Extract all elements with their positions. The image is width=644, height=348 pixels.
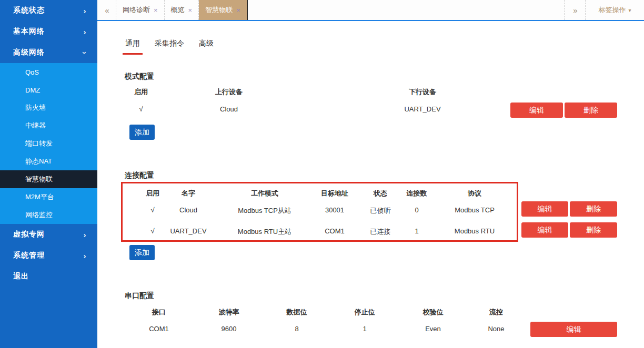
sidebar-item-label: 端口转发 xyxy=(25,139,53,148)
serial-flow-control-value: None xyxy=(459,325,533,333)
sidebar-item-port-forwarding[interactable]: 端口转发 xyxy=(0,135,97,152)
sidebar-item-label: 虚拟专网 xyxy=(13,230,82,239)
tab-label: 采集指令 xyxy=(155,39,184,47)
column-header-stop-bits: 停止位 xyxy=(328,308,401,317)
connection-add-button[interactable]: 添加 xyxy=(129,245,155,260)
cell-conn-count: 0 xyxy=(388,206,446,214)
close-icon[interactable]: × xyxy=(188,6,193,14)
column-header-name: 名字 xyxy=(159,189,217,198)
tabs-scroll-right-button[interactable]: » xyxy=(564,0,585,20)
sidebar-item-network-monitor[interactable]: 网络监控 xyxy=(0,206,97,224)
tab-collect-commands[interactable]: 采集指令 xyxy=(152,37,187,55)
sidebar-item-system-management[interactable]: 系统管理 › xyxy=(0,245,97,266)
mode-enabled-value: √ xyxy=(109,105,173,113)
tab-overview[interactable]: 概览 × xyxy=(165,0,199,20)
double-chevron-left-icon: « xyxy=(105,6,108,15)
tab-label: 高级 xyxy=(199,39,214,47)
sidebar-item-label: 基本网络 xyxy=(13,27,82,36)
content-tabs: 通用 采集指令 高级 xyxy=(123,37,216,55)
sidebar-item-qos[interactable]: QoS xyxy=(0,63,97,81)
sidebar-submenu: QoS DMZ 防火墙 中继器 端口转发 静态NAT 智慧物联 M2M平台 网络… xyxy=(0,63,97,224)
cell-name: UART_DEV xyxy=(159,227,217,235)
sidebar-item-dmz[interactable]: DMZ xyxy=(0,81,97,99)
tab-bar: « 网络诊断 × 概览 × 智慧物联 × » 标签操作 ▾ xyxy=(97,0,644,21)
chevron-right-icon: › xyxy=(82,6,88,15)
cell-conn-count: 1 xyxy=(388,227,446,235)
tab-advanced[interactable]: 高级 xyxy=(196,37,216,55)
sidebar: 系统状态 › 基本网络 › 高级网络 › QoS DMZ 防火墙 中继器 端口转… xyxy=(0,0,97,348)
serial-edit-button[interactable]: 编辑 xyxy=(530,322,617,337)
tab-general[interactable]: 通用 xyxy=(123,37,143,55)
sidebar-item-label: 退出 xyxy=(13,272,88,281)
tab-smart-iot[interactable]: 智慧物联 × xyxy=(199,0,248,20)
mode-downstream-value: UART_DEV xyxy=(391,105,454,113)
tab-network-diagnosis[interactable]: 网络诊断 × xyxy=(116,0,165,20)
cell-work-mode: Modbus TCP从站 xyxy=(230,206,299,216)
sidebar-item-vpn[interactable]: 虚拟专网 › xyxy=(0,224,97,245)
sidebar-item-label: 系统状态 xyxy=(13,6,82,15)
connection-row1-delete-button[interactable]: 删除 xyxy=(570,201,617,217)
mode-add-button[interactable]: 添加 xyxy=(129,125,155,140)
mode-edit-button[interactable]: 编辑 xyxy=(510,103,563,118)
connection-row2-edit-button[interactable]: 编辑 xyxy=(521,222,568,238)
chevron-right-icon: › xyxy=(82,230,88,239)
tab-label: 通用 xyxy=(125,39,140,47)
sidebar-item-label: 网络监控 xyxy=(25,210,53,220)
connection-row2-delete-button[interactable]: 删除 xyxy=(570,222,617,238)
sidebar-item-system-status[interactable]: 系统状态 › xyxy=(0,0,97,21)
sidebar-item-logout[interactable]: 退出 xyxy=(0,266,97,287)
tab-label: 网络诊断 xyxy=(123,5,150,15)
mode-config-title: 模式配置 xyxy=(125,72,154,81)
column-header-data-bits: 数据位 xyxy=(260,308,334,317)
column-header-downstream: 下行设备 xyxy=(391,87,454,97)
main-content: 通用 采集指令 高级 模式配置 启用 上行设备 下行设备 √ Cloud UAR… xyxy=(97,22,644,348)
sidebar-item-basic-network[interactable]: 基本网络 › xyxy=(0,21,97,42)
close-icon[interactable]: × xyxy=(236,6,240,14)
caret-down-icon: ▾ xyxy=(628,7,631,13)
serial-data-bits-value: 8 xyxy=(260,325,334,333)
serial-stop-bits-value: 1 xyxy=(328,325,401,333)
sidebar-item-smart-iot[interactable]: 智慧物联 xyxy=(0,170,97,188)
column-header-upstream: 上行设备 xyxy=(197,87,260,97)
sidebar-item-m2m-platform[interactable]: M2M平台 xyxy=(0,188,97,206)
chevron-down-icon: › xyxy=(80,49,89,56)
sidebar-item-label: 防火墙 xyxy=(25,103,46,112)
serial-baud-rate-value: 9600 xyxy=(192,325,266,333)
tab-label: 概览 xyxy=(171,5,185,15)
close-icon[interactable]: × xyxy=(154,6,158,14)
column-header-baud-rate: 波特率 xyxy=(192,308,266,317)
sidebar-item-repeater[interactable]: 中继器 xyxy=(0,117,97,135)
serial-parity-value: Even xyxy=(396,325,470,333)
tab-label: 智慧物联 xyxy=(205,5,233,15)
cell-protocol: Modbus TCP xyxy=(446,206,504,214)
sidebar-item-label: 静态NAT xyxy=(25,157,52,166)
chevron-right-icon: › xyxy=(82,27,88,36)
tab-actions-label: 标签操作 xyxy=(598,5,626,15)
app-window: 系统状态 › 基本网络 › 高级网络 › QoS DMZ 防火墙 中继器 端口转… xyxy=(0,0,644,348)
double-chevron-right-icon: » xyxy=(573,6,576,15)
serial-interface-value: COM1 xyxy=(122,325,196,333)
cell-protocol: Modbus RTU xyxy=(446,227,504,235)
sidebar-item-label: M2M平台 xyxy=(25,192,54,202)
column-header-interface: 接口 xyxy=(122,308,196,317)
mode-upstream-value: Cloud xyxy=(197,105,260,113)
sidebar-item-label: 中继器 xyxy=(25,121,46,130)
column-header-protocol: 协议 xyxy=(446,189,504,198)
tabs-scroll-left-button[interactable]: « xyxy=(97,0,116,20)
sidebar-item-label: 系统管理 xyxy=(13,251,82,260)
connection-config-title: 连接配置 xyxy=(125,171,154,180)
tab-actions-dropdown[interactable]: 标签操作 ▾ xyxy=(585,0,644,20)
sidebar-item-firewall[interactable]: 防火墙 xyxy=(0,99,97,117)
connection-table: 启用 名字 工作模式 目标地址 状态 连接数 协议 √ Cloud Modbus… xyxy=(121,182,518,242)
mode-delete-button[interactable]: 删除 xyxy=(565,103,617,118)
chevron-right-icon: › xyxy=(82,251,88,260)
sidebar-item-advanced-network[interactable]: 高级网络 › xyxy=(0,42,97,63)
tab-bar-spacer xyxy=(248,0,564,20)
connection-row1-edit-button[interactable]: 编辑 xyxy=(521,201,568,217)
sidebar-item-label: DMZ xyxy=(25,86,40,94)
cell-name: Cloud xyxy=(159,206,217,214)
column-header-flow-control: 流控 xyxy=(459,308,533,317)
sidebar-item-static-nat[interactable]: 静态NAT xyxy=(0,152,97,170)
sidebar-item-label: 智慧物联 xyxy=(25,175,53,184)
sidebar-item-label: 高级网络 xyxy=(13,48,82,57)
